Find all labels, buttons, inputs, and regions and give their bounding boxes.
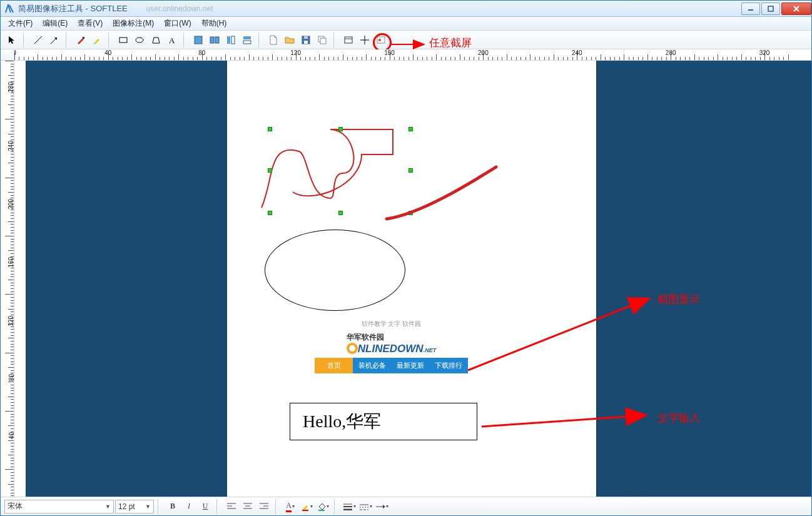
svg-rect-31 xyxy=(318,510,325,511)
line-weight-icon xyxy=(343,503,353,510)
font-size-value: 12 pt xyxy=(118,502,135,511)
svg-rect-9 xyxy=(195,36,202,44)
app-icon xyxy=(4,4,14,14)
snippet-logo-en: NLINEDOWN xyxy=(358,343,424,355)
text-tool[interactable]: A xyxy=(165,33,180,48)
copy-icon xyxy=(317,35,327,45)
snippet-logo-cn: 华军软件园 xyxy=(347,332,384,343)
line-tool[interactable] xyxy=(31,33,46,48)
snippet-nav-1: 装机必备 xyxy=(353,358,391,373)
window-title: 简易图像标注工具 - SOFTLEE xyxy=(18,3,128,14)
capture-window-button[interactable] xyxy=(341,33,356,48)
snippet-nav: 首页 装机必备 最新更新 下载排行 xyxy=(315,358,468,373)
highlight-color-button[interactable]: ▾ xyxy=(299,500,314,513)
minimize-button[interactable] xyxy=(741,3,760,15)
highlighter-tool[interactable] xyxy=(89,33,104,48)
gallery-icon xyxy=(210,35,220,45)
svg-rect-14 xyxy=(243,36,251,39)
shade-rect-tool[interactable] xyxy=(191,33,206,48)
line-style-button[interactable]: ▾ xyxy=(358,500,373,513)
app-window: 简易图像标注工具 - SOFTLEE user.onlinedown.net 文… xyxy=(0,0,812,516)
ellipse-shape[interactable] xyxy=(265,230,405,311)
toolbar: A xyxy=(1,31,811,49)
highlight-icon xyxy=(301,502,310,511)
format-toolbar: 宋体▼ 12 pt▼ B I U A▾ ▾ ▾ ▾ ▾ ▾ xyxy=(1,497,811,515)
arrow-tool[interactable] xyxy=(47,33,62,48)
svg-point-26 xyxy=(378,39,381,41)
line-style-icon xyxy=(359,503,369,510)
ruler-vertical[interactable]: 2802402001601208040 xyxy=(1,61,14,497)
crosshair-icon xyxy=(360,35,370,45)
faded-url: user.onlinedown.net xyxy=(146,4,213,13)
align-center-button[interactable] xyxy=(240,500,255,513)
align-left-button[interactable] xyxy=(224,500,239,513)
fill-color-button[interactable]: ▾ xyxy=(315,500,330,513)
underline-button[interactable]: U xyxy=(198,500,213,513)
snippet-nav-0: 首页 xyxy=(315,358,353,373)
pointer-tool[interactable] xyxy=(4,33,19,48)
canvas-gutter xyxy=(14,61,26,497)
rect-tool[interactable] xyxy=(116,33,131,48)
mirror-v-tool[interactable] xyxy=(240,33,255,48)
canvas-viewport[interactable]: 软件教学 文字 软件园 华军软件园 NLINEDOWN.NET 首页 装机必备 … xyxy=(14,61,811,497)
menubar: 文件(F) 编辑(E) 查看(V) 图像标注(M) 窗口(W) 帮助(H) xyxy=(1,17,811,31)
gallery-tool[interactable] xyxy=(207,33,222,48)
line-weight-button[interactable]: ▾ xyxy=(342,500,357,513)
font-color-button[interactable]: A▾ xyxy=(283,500,298,513)
arrow-style-button[interactable]: ▾ xyxy=(374,500,389,513)
svg-rect-11 xyxy=(215,37,219,43)
menu-window[interactable]: 窗口(W) xyxy=(159,17,196,30)
menu-help[interactable]: 帮助(H) xyxy=(196,17,232,30)
new-button[interactable] xyxy=(266,33,281,48)
crosshair-capture-button[interactable] xyxy=(357,33,372,48)
page[interactable]: 软件教学 文字 软件园 华军软件园 NLINEDOWN.NET 首页 装机必备 … xyxy=(227,61,596,497)
bold-button[interactable]: B xyxy=(165,500,180,513)
close-button[interactable] xyxy=(781,3,811,15)
font-family-combo[interactable]: 宋体▼ xyxy=(4,500,114,513)
maximize-button[interactable] xyxy=(761,3,780,15)
snippet-nav-2: 最新更新 xyxy=(392,358,430,373)
snippet-logo-sub: .NET xyxy=(424,347,437,353)
svg-rect-21 xyxy=(345,37,352,43)
open-icon xyxy=(285,35,295,45)
svg-rect-1 xyxy=(768,6,773,11)
svg-rect-15 xyxy=(243,41,251,44)
text-annotation[interactable]: Hello,华军 xyxy=(290,403,477,440)
open-button[interactable] xyxy=(282,33,297,48)
mirror-h-tool[interactable] xyxy=(223,33,238,48)
ruler-horizontal[interactable]: 04080120160200240280320 xyxy=(14,49,811,61)
bucket-icon xyxy=(317,502,326,511)
snippet-topline: 软件教学 文字 软件园 xyxy=(315,318,468,330)
captured-image-snippet[interactable]: 软件教学 文字 软件园 华军软件园 NLINEDOWN.NET 首页 装机必备 … xyxy=(315,318,468,373)
menu-file[interactable]: 文件(F) xyxy=(3,17,38,30)
curved-stroke[interactable] xyxy=(383,164,502,223)
save-icon xyxy=(301,35,311,45)
arrow-icon xyxy=(49,35,59,45)
menu-annotate[interactable]: 图像标注(M) xyxy=(108,17,159,30)
pen-icon xyxy=(76,35,86,45)
svg-rect-13 xyxy=(231,36,235,44)
properties-button[interactable] xyxy=(373,33,388,48)
pointer-icon xyxy=(7,35,17,45)
menu-edit[interactable]: 编辑(E) xyxy=(38,17,73,30)
text-annotation-content: Hello,华军 xyxy=(303,412,381,431)
svg-line-2 xyxy=(34,36,42,44)
ruler-corner xyxy=(1,49,14,61)
selected-scribble[interactable] xyxy=(249,123,405,223)
save-button[interactable] xyxy=(298,33,313,48)
snippet-nav-3: 下载排行 xyxy=(430,358,468,373)
ellipse-tool[interactable] xyxy=(132,33,147,48)
copy-button[interactable] xyxy=(315,33,330,48)
italic-button[interactable]: I xyxy=(181,500,196,513)
align-right-button[interactable] xyxy=(256,500,272,513)
pen-tool[interactable] xyxy=(73,33,88,48)
menu-view[interactable]: 查看(V) xyxy=(73,17,108,30)
snippet-logo: 华军软件园 NLINEDOWN.NET xyxy=(315,330,468,358)
font-size-combo[interactable]: 12 pt▼ xyxy=(115,500,154,513)
callout-show: 截图显示 xyxy=(657,292,700,306)
line-icon xyxy=(33,35,43,45)
window-controls xyxy=(740,3,811,15)
align-left-icon xyxy=(227,503,236,510)
svg-rect-4 xyxy=(83,37,84,39)
polygon-tool[interactable] xyxy=(148,33,163,48)
